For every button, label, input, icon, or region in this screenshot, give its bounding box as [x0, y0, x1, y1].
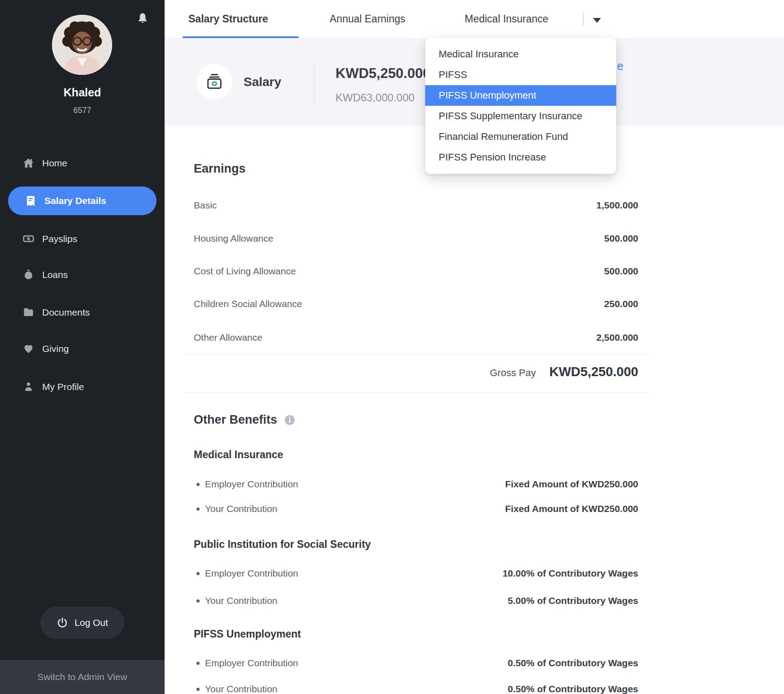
benefit-row: Employer Contribution 0.50% of Contribut…	[196, 656, 638, 670]
benefit-group-title: PIFSS Unemployment	[194, 628, 301, 640]
tab-salary-structure[interactable]: Salary Structure	[188, 0, 268, 38]
gross-pay-row: Gross Pay KWD5,250.000	[194, 364, 638, 379]
benefits-dropdown-menu: Medical Insurance PIFSS PIFSS Unemployme…	[425, 38, 616, 174]
partial-link-text[interactable]: e	[617, 60, 623, 73]
earning-label: Other Allowance	[194, 332, 262, 343]
switch-to-admin-view-button[interactable]: Switch to Admin View	[0, 660, 165, 694]
benefit-row: Your Contribution Fixed Amount of KWD250…	[196, 502, 638, 516]
gross-pay-label: Gross Pay	[490, 367, 536, 379]
earning-value: 1,500.000	[597, 200, 638, 211]
salary-details-icon	[25, 195, 37, 207]
cash-icon	[205, 72, 224, 91]
bullet-dot	[196, 507, 200, 511]
divider	[184, 354, 650, 355]
benefit-label: Your Contribution	[205, 684, 278, 694]
earnings-row: Basic 1,500.000	[194, 199, 638, 212]
benefit-label: Employer Contribution	[205, 658, 298, 668]
earnings-heading: Earnings	[194, 162, 246, 176]
dropdown-item-pifss-unemployment[interactable]: PIFSS Unemployment	[425, 85, 616, 106]
salary-monthly-amount: KWD5,250.000	[335, 65, 431, 82]
earning-label: Housing Allowance	[194, 233, 273, 244]
benefit-value: Fixed Amount of KWD250.000	[505, 479, 638, 490]
heart-icon	[22, 343, 35, 355]
app-root: Khaled 6577 Home Salary Details Payslips	[0, 0, 784, 694]
user-employee-id: 6577	[0, 106, 165, 115]
earnings-row: Children Social Allowance 250.000	[194, 297, 638, 311]
benefit-group-title: Medical Insurance	[194, 449, 283, 461]
earning-value: 500.000	[604, 233, 638, 244]
tab-bar: Salary Structure Annual Earnings Medical…	[165, 0, 784, 38]
avatar[interactable]	[52, 15, 112, 75]
earning-label: Cost of Living Allowance	[194, 266, 296, 277]
benefit-row: Employer Contribution Fixed Amount of KW…	[196, 477, 638, 491]
bullet-dot	[196, 483, 200, 486]
sidebar-item-label: Giving	[42, 343, 69, 354]
benefit-value: 0.50% of Contributory Wages	[508, 684, 638, 694]
divider	[184, 392, 650, 393]
power-icon	[57, 617, 68, 629]
home-icon	[22, 157, 35, 169]
sidebar-item-label: Payslips	[42, 234, 77, 244]
tab-divider	[583, 13, 584, 26]
benefit-row: Your Contribution 5.00% of Contributory …	[196, 594, 638, 607]
earnings-row: Cost of Living Allowance 500.000	[194, 265, 638, 278]
earning-label: Children Social Allowance	[194, 299, 302, 309]
other-benefits-heading-row: Other Benefits	[194, 413, 295, 427]
dropdown-item-medical-insurance[interactable]: Medical Insurance	[425, 44, 616, 65]
benefit-label: Your Contribution	[205, 595, 278, 606]
earning-value: 250.000	[604, 299, 638, 309]
bullet-dot	[196, 688, 200, 691]
sidebar-item-my-profile[interactable]: My Profile	[0, 373, 165, 401]
sidebar-item-label: Salary Details	[44, 195, 106, 206]
earning-value: 2,500.000	[597, 332, 638, 343]
sidebar-item-payslips[interactable]: Payslips	[0, 225, 165, 253]
benefit-row: Your Contribution 0.50% of Contributory …	[196, 682, 638, 694]
salary-icon-circle	[196, 64, 232, 100]
benefit-label: Employer Contribution	[205, 479, 298, 490]
tab-annual-earnings[interactable]: Annual Earnings	[330, 0, 405, 38]
tab-medical-insurance[interactable]: Medical Insurance	[465, 0, 549, 38]
salary-annual-amount: KWD63,000.000	[335, 91, 414, 104]
sidebar-item-label: Loans	[42, 269, 68, 280]
payslips-icon	[22, 233, 35, 245]
bullet-dot	[196, 662, 200, 665]
dropdown-item-pifss[interactable]: PIFSS	[425, 65, 616, 85]
bullet-dot	[196, 572, 200, 575]
chevron-down-icon[interactable]	[593, 18, 601, 23]
sidebar-item-label: Home	[42, 158, 67, 169]
dropdown-item-pifss-supplementary-insurance[interactable]: PIFSS Supplementary Insurance	[425, 106, 616, 126]
info-icon[interactable]	[284, 415, 295, 425]
sidebar-item-salary-details[interactable]: Salary Details	[8, 187, 157, 215]
loans-moneybag-icon	[22, 269, 35, 281]
person-icon	[22, 381, 35, 393]
benefit-value: 10.00% of Contributory Wages	[502, 568, 638, 579]
gross-pay-value: KWD5,250.000	[549, 364, 638, 379]
sidebar-item-label: Documents	[42, 307, 90, 318]
sidebar-item-label: My Profile	[42, 382, 84, 392]
sidebar-item-documents[interactable]: Documents	[0, 298, 165, 326]
benefit-label: Your Contribution	[205, 503, 278, 514]
other-benefits-heading: Other Benefits	[194, 413, 277, 427]
earning-value: 500.000	[604, 266, 638, 277]
earnings-row: Other Allowance 2,500.000	[194, 331, 638, 344]
benefit-group-title: Public Institution for Social Security	[194, 538, 371, 551]
earning-label: Basic	[194, 200, 217, 211]
logout-label: Log Out	[74, 617, 108, 628]
earnings-row: Housing Allowance 500.000	[194, 232, 638, 245]
sidebar: Khaled 6577 Home Salary Details Payslips	[0, 0, 165, 694]
logout-button[interactable]: Log Out	[40, 607, 124, 639]
benefit-value: 0.50% of Contributory Wages	[508, 658, 638, 668]
benefit-row: Employer Contribution 10.00% of Contribu…	[196, 567, 638, 580]
sidebar-item-home[interactable]: Home	[0, 149, 165, 177]
user-name: Khaled	[0, 86, 165, 99]
sidebar-item-loans[interactable]: Loans	[0, 260, 165, 289]
bullet-dot	[196, 599, 200, 603]
folder-icon	[22, 306, 35, 318]
benefit-value: 5.00% of Contributory Wages	[508, 595, 638, 606]
dropdown-item-financial-remuneration-fund[interactable]: Financial Remuneration Fund	[425, 126, 616, 147]
sidebar-item-giving[interactable]: Giving	[0, 334, 165, 363]
dropdown-item-pifss-pension-increase[interactable]: PIFSS Pension Increase	[425, 147, 616, 168]
notification-bell-icon[interactable]	[136, 12, 149, 26]
benefit-label: Employer Contribution	[205, 568, 298, 579]
benefit-value: Fixed Amount of KWD250.000	[505, 503, 638, 514]
